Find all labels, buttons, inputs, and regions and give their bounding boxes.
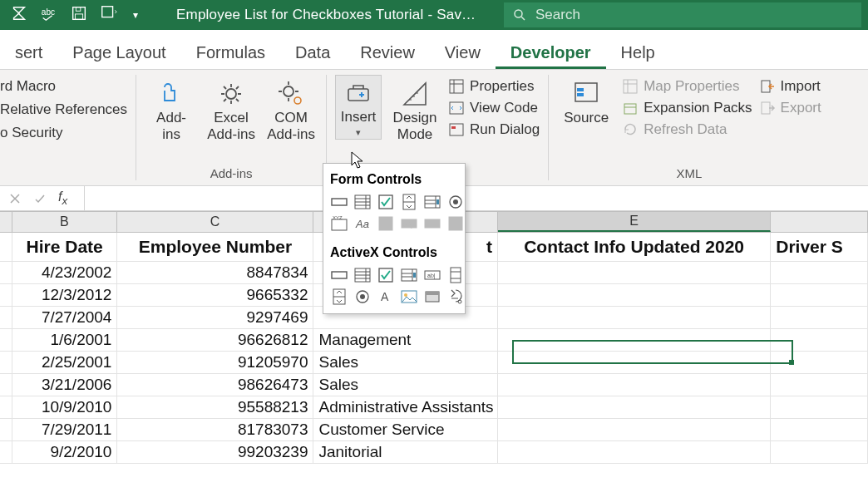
form-groupbox-icon[interactable]: XYZ [328, 214, 350, 234]
ax-textbox-icon[interactable]: ab| [422, 265, 443, 285]
cell-contact[interactable] [498, 307, 771, 329]
ax-combobox-icon[interactable] [352, 265, 373, 285]
col-head-c[interactable]: C [117, 211, 313, 232]
formula-input[interactable] [84, 186, 860, 210]
col-head-b[interactable]: B [12, 211, 117, 232]
addins-button[interactable]: Add- ins [145, 75, 198, 144]
macro-security-button[interactable]: o Security [0, 125, 127, 141]
spellcheck-icon[interactable]: abc [40, 4, 58, 26]
record-macro-button[interactable]: rd Macro [0, 78, 127, 95]
cell-hire-date[interactable]: 9/2/2010 [12, 441, 117, 464]
search-box[interactable]: Search [504, 2, 861, 27]
form-button-icon[interactable] [328, 192, 350, 212]
ax-label-icon[interactable]: A [375, 287, 397, 307]
touch-mode-icon[interactable] [100, 4, 118, 26]
ax-spinbutton-icon[interactable] [328, 287, 350, 307]
cell-contact[interactable] [498, 441, 771, 464]
cell-hire-date[interactable]: 1/6/2001 [12, 329, 117, 352]
cell-emp-number[interactable]: 98626473 [117, 374, 313, 396]
col-head-f[interactable] [771, 211, 868, 232]
properties-button[interactable]: Properties [448, 78, 540, 95]
cell-contact[interactable] [498, 262, 771, 284]
ax-checkbox-icon[interactable] [375, 265, 397, 285]
cell-dept[interactable]: Customer Service [313, 419, 498, 441]
excel-addins-button[interactable]: Excel Add-ins [205, 75, 258, 144]
cell-driver[interactable] [771, 352, 868, 374]
ax-morecontrols-icon[interactable] [445, 287, 466, 307]
ax-scrollbar-icon[interactable] [445, 265, 466, 285]
tab-insert[interactable]: sert [0, 35, 57, 69]
view-code-button[interactable]: View Code [448, 100, 540, 116]
cell-dept[interactable]: Administrative Assistants [313, 396, 498, 419]
form-listbox-icon[interactable] [422, 192, 443, 212]
cell-emp-number[interactable]: 99203239 [117, 441, 313, 464]
cell-driver[interactable] [771, 262, 868, 284]
ax-optionbutton-icon[interactable] [352, 287, 373, 307]
cell-dept[interactable]: Janitorial [313, 441, 498, 464]
col-head-a[interactable] [0, 211, 12, 232]
cell-contact[interactable] [498, 284, 771, 307]
cell-dept[interactable]: Management [313, 329, 498, 352]
insert-controls-button[interactable]: Insert ▾ [335, 75, 382, 140]
cell-contact[interactable] [498, 396, 771, 419]
tab-help[interactable]: Help [606, 35, 670, 69]
ax-image-icon[interactable] [398, 287, 420, 307]
cell-emp-number[interactable]: 8847834 [117, 262, 313, 284]
cell-emp-number[interactable]: 95588213 [117, 396, 313, 419]
form-label-icon[interactable]: Aa [352, 214, 373, 234]
cell-dept[interactable]: Sales [313, 352, 498, 374]
cell-hire-date[interactable]: 7/27/2004 [12, 307, 117, 329]
cancel-icon[interactable] [8, 192, 22, 205]
tab-data[interactable]: Data [280, 35, 345, 69]
form-combobox-icon[interactable] [352, 192, 373, 212]
form-spinner-icon[interactable] [398, 192, 420, 212]
cell-contact[interactable] [498, 374, 771, 396]
col-header-contact-updated[interactable]: Contact Info Updated 2020 [498, 233, 771, 262]
cell-driver[interactable] [771, 419, 868, 441]
cell-driver[interactable] [771, 284, 868, 307]
enter-icon[interactable] [33, 192, 47, 205]
form-optionbutton-icon[interactable] [445, 192, 466, 212]
tab-view[interactable]: View [430, 35, 496, 69]
import-button[interactable]: Import [759, 78, 821, 95]
run-dialog-button[interactable]: Run Dialog [448, 121, 540, 138]
tab-page-layout[interactable]: Page Layout [57, 35, 180, 69]
cell-hire-date[interactable]: 10/9/2010 [12, 396, 117, 419]
col-header-hire-date[interactable]: Hire Date [12, 233, 117, 262]
ax-commandbutton-icon[interactable] [328, 265, 350, 285]
cell-hire-date[interactable]: 4/23/2002 [12, 262, 117, 284]
cell-driver[interactable] [771, 396, 868, 419]
cell-contact[interactable] [498, 419, 771, 441]
cell-dept[interactable]: Sales [313, 374, 498, 396]
col-header-driver[interactable]: Driver S [771, 233, 868, 262]
cell-emp-number[interactable]: 9665332 [117, 284, 313, 307]
cell-hire-date[interactable]: 12/3/2012 [12, 284, 117, 307]
relative-references-button[interactable]: Relative References [0, 101, 127, 118]
cell-contact[interactable] [498, 329, 771, 352]
tab-developer[interactable]: Developer [496, 35, 606, 69]
ax-togglebutton-icon[interactable] [422, 287, 443, 307]
cell-emp-number[interactable]: 81783073 [117, 419, 313, 441]
cell-hire-date[interactable]: 7/29/2011 [12, 419, 117, 441]
design-mode-button[interactable]: Design Mode [388, 75, 441, 144]
expansion-packs-button[interactable]: Expansion Packs [622, 100, 752, 116]
cell-driver[interactable] [771, 374, 868, 396]
xml-source-button[interactable]: Source [557, 75, 615, 126]
cell-emp-number[interactable]: 96626812 [117, 329, 313, 352]
col-header-employee-number[interactable]: Employee Number [117, 233, 313, 262]
form-checkbox-icon[interactable] [375, 192, 397, 212]
cell-driver[interactable] [771, 329, 868, 352]
qat-customize-chevron-icon[interactable]: ▾ [130, 9, 141, 21]
cell-emp-number[interactable]: 91205970 [117, 352, 313, 374]
cell-driver[interactable] [771, 307, 868, 329]
autosum-icon[interactable] [10, 4, 28, 26]
save-icon[interactable] [70, 4, 88, 26]
tab-formulas[interactable]: Formulas [181, 35, 280, 69]
cell-driver[interactable] [771, 441, 868, 464]
fx-label[interactable]: fx [58, 189, 67, 207]
cell-hire-date[interactable]: 3/21/2006 [12, 374, 117, 396]
ax-listbox-icon[interactable] [398, 265, 420, 285]
col-head-e[interactable]: E [498, 211, 772, 232]
cell-emp-number[interactable]: 9297469 [117, 307, 313, 329]
cell-hire-date[interactable]: 2/25/2001 [12, 352, 117, 374]
